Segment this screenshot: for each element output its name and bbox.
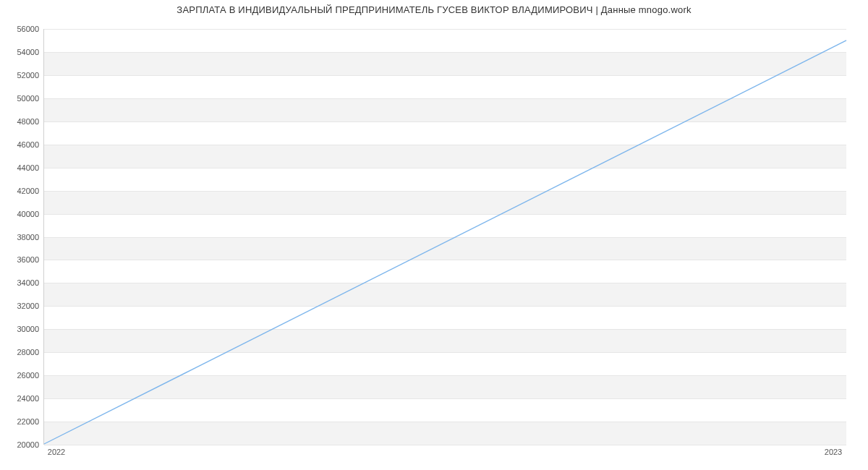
y-tick-label: 56000 xyxy=(3,25,39,33)
y-tick-label: 22000 xyxy=(3,417,39,426)
series-line xyxy=(44,40,846,444)
y-tick-label: 46000 xyxy=(3,140,39,149)
series-layer xyxy=(44,29,846,444)
y-tick-label: 20000 xyxy=(3,440,39,449)
gridline xyxy=(44,445,846,445)
y-tick-label: 30000 xyxy=(3,325,39,333)
y-tick-label: 44000 xyxy=(3,163,39,172)
y-tick-label: 52000 xyxy=(3,71,39,80)
y-tick-label: 24000 xyxy=(3,394,39,403)
y-tick-label: 42000 xyxy=(3,187,39,195)
y-tick-label: 28000 xyxy=(3,348,39,356)
y-tick-label: 38000 xyxy=(3,233,39,242)
y-tick-label: 54000 xyxy=(3,48,39,56)
y-tick-label: 32000 xyxy=(3,302,39,310)
plot-area xyxy=(43,29,846,445)
salary-line-chart: ЗАРПЛАТА В ИНДИВИДУАЛЬНЫЙ ПРЕДПРИНИМАТЕЛ… xyxy=(0,0,868,470)
x-tick-label: 2022 xyxy=(48,448,65,456)
y-tick-label: 48000 xyxy=(3,117,39,126)
y-tick-label: 40000 xyxy=(3,210,39,218)
chart-title: ЗАРПЛАТА В ИНДИВИДУАЛЬНЫЙ ПРЕДПРИНИМАТЕЛ… xyxy=(0,4,868,15)
y-tick-label: 26000 xyxy=(3,371,39,380)
x-tick-label: 2023 xyxy=(825,448,842,456)
y-tick-label: 36000 xyxy=(3,255,39,264)
y-tick-label: 50000 xyxy=(3,94,39,103)
y-tick-label: 34000 xyxy=(3,278,39,287)
